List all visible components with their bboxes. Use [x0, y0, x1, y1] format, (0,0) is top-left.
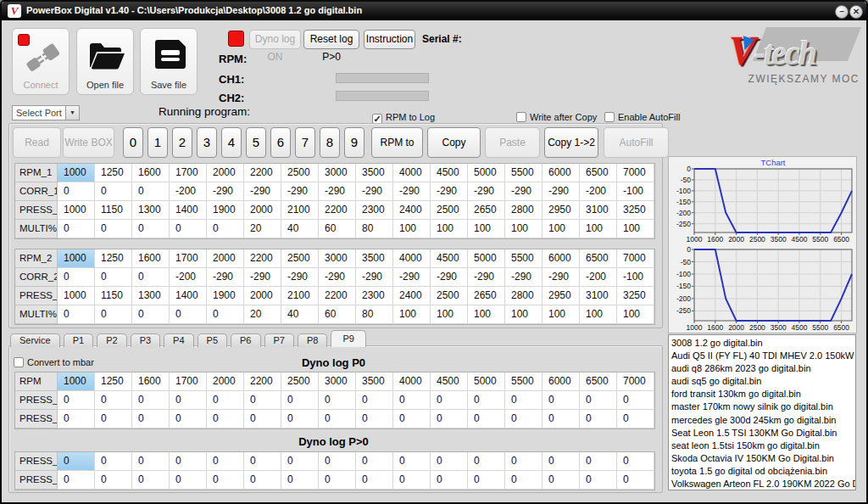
table-cell[interactable]: 1700	[170, 372, 207, 391]
table-cell[interactable]: 0	[542, 471, 580, 490]
table-cell[interactable]: 3250	[617, 201, 654, 220]
table-cell[interactable]: 100	[617, 220, 654, 238]
table-cell[interactable]: 100	[580, 305, 617, 324]
write-box-button[interactable]: Write BOX	[63, 127, 114, 158]
table-cell[interactable]: -290	[244, 268, 281, 287]
table-cell[interactable]: 2000	[207, 372, 244, 391]
table-cell[interactable]: 0	[207, 220, 244, 238]
table-cell[interactable]: 0	[244, 391, 281, 410]
file-list-item[interactable]: audi sq5 go digital.bin	[671, 375, 855, 388]
table-cell[interactable]: 100	[468, 220, 505, 238]
table-cell[interactable]: 2300	[356, 201, 393, 220]
table-cell[interactable]: 2400	[393, 287, 431, 305]
table-cell[interactable]: 0	[468, 410, 505, 428]
table-cell[interactable]: 0	[95, 182, 132, 201]
table-cell[interactable]: 0	[431, 471, 468, 490]
table-cell[interactable]: 6500	[580, 249, 617, 268]
table-cell[interactable]: 2400	[393, 201, 431, 220]
table-cell[interactable]: 1150	[95, 201, 132, 220]
table-cell[interactable]: 2500	[431, 287, 468, 305]
table-cell[interactable]: -290	[207, 182, 244, 201]
table-cell[interactable]: 100	[393, 220, 431, 238]
table-cell[interactable]: 2800	[505, 287, 542, 305]
table-cell[interactable]: 1300	[132, 287, 170, 305]
open-file-button[interactable]: Open file	[76, 28, 134, 95]
table-cell[interactable]: 0	[132, 268, 170, 287]
table-cell[interactable]: 4000	[393, 372, 431, 391]
table-cell[interactable]: 40	[281, 220, 319, 238]
file-list-item[interactable]: Audi Q5 II (FY FL) 40 TDI MHEV 2.0 150kW…	[671, 350, 855, 362]
table-cell[interactable]: -290	[393, 268, 431, 287]
table-cell[interactable]: 1250	[95, 164, 132, 182]
table-cell[interactable]: 2100	[281, 201, 319, 220]
program-digit-button-3[interactable]: 3	[197, 127, 217, 158]
table-cell[interactable]: -290	[356, 182, 393, 201]
table-cell[interactable]: 1700	[170, 164, 207, 182]
table-cell[interactable]: 0	[207, 305, 244, 324]
table-cell[interactable]: 0	[468, 391, 505, 410]
table-cell[interactable]: 0	[505, 471, 542, 490]
table-cell[interactable]: 2200	[244, 164, 281, 182]
program-digit-button-7[interactable]: 7	[295, 127, 315, 158]
table-cell[interactable]: 0	[281, 391, 319, 410]
table-cell[interactable]: 0	[319, 391, 356, 410]
table-cell[interactable]: 0	[58, 410, 95, 428]
table-cell[interactable]: 0	[170, 305, 207, 324]
table-cell[interactable]: 0	[170, 220, 207, 238]
table-cell[interactable]: -200	[170, 182, 207, 201]
enable-autofill-checkbox-box[interactable]	[604, 112, 615, 122]
table-cell[interactable]: 100	[431, 220, 468, 238]
table-cell[interactable]: 0	[580, 471, 617, 490]
table-cell[interactable]: 2200	[319, 201, 356, 220]
program-digit-button-4[interactable]: 4	[221, 127, 242, 158]
table-cell[interactable]: 80	[356, 305, 393, 324]
table-cell[interactable]: 20	[244, 305, 281, 324]
table-cell[interactable]: 0	[431, 391, 468, 410]
connect-button[interactable]: Connect	[12, 28, 70, 95]
table-cell[interactable]: 3100	[580, 287, 617, 305]
table-cell[interactable]: 0	[542, 410, 580, 428]
copy-1-to-2-button[interactable]: Copy 1->2	[544, 127, 598, 158]
write-after-copy-checkbox-box[interactable]	[516, 112, 526, 122]
table-cell[interactable]: -200	[170, 268, 207, 287]
table-cell[interactable]: 2200	[319, 287, 356, 305]
table-cell[interactable]: -290	[505, 268, 542, 287]
table-cell[interactable]: 60	[319, 305, 356, 324]
table-cell[interactable]: 100	[505, 220, 542, 238]
table-cell[interactable]: -100	[617, 182, 654, 201]
program-digit-button-9[interactable]: 9	[344, 127, 364, 158]
file-list-item[interactable]: audi q8 286km 2023 go digital.bin	[671, 362, 855, 375]
table-cell[interactable]: 4500	[431, 372, 468, 391]
table-cell[interactable]: 100	[617, 305, 654, 324]
table-cell[interactable]: 5500	[505, 164, 542, 182]
table-cell[interactable]: 2500	[281, 372, 319, 391]
table-cell[interactable]: 0	[58, 305, 95, 324]
tab-p3[interactable]: P3	[131, 333, 160, 347]
table-cell[interactable]: 0	[580, 452, 617, 471]
program-digit-button-5[interactable]: 5	[246, 127, 266, 158]
table-cell[interactable]: 0	[281, 410, 319, 428]
table-cell[interactable]: 3500	[356, 164, 393, 182]
table-cell[interactable]: 0	[207, 452, 244, 471]
table-cell[interactable]: 1700	[170, 249, 207, 268]
table-cell[interactable]: 0	[580, 410, 617, 428]
tab-p1[interactable]: P1	[64, 333, 93, 347]
table-cell[interactable]: -290	[319, 268, 356, 287]
table-cell[interactable]: 0	[207, 410, 244, 428]
table-cell[interactable]: 0	[542, 452, 580, 471]
table-cell[interactable]: 0	[617, 471, 654, 490]
table-cell[interactable]: 0	[132, 220, 170, 238]
table-cell[interactable]: 0	[244, 471, 281, 490]
program-digit-button-2[interactable]: 2	[172, 127, 192, 158]
table-cell[interactable]: 0	[170, 471, 207, 490]
table-cell[interactable]: 1000	[58, 372, 95, 391]
rpm-to-log-checkbox[interactable]: ✓RPM to Log	[372, 112, 435, 124]
table-cell[interactable]: 60	[319, 220, 356, 238]
file-list-item[interactable]: 3008 1.2 go digital.bin	[671, 337, 855, 350]
table-cell[interactable]: -290	[468, 268, 505, 287]
table-cell[interactable]: 0	[132, 305, 170, 324]
table-cell[interactable]: 0	[505, 410, 542, 428]
program-digit-button-6[interactable]: 6	[270, 127, 291, 158]
table-cell[interactable]: 5000	[468, 372, 505, 391]
table-cell[interactable]: 1150	[95, 287, 132, 305]
